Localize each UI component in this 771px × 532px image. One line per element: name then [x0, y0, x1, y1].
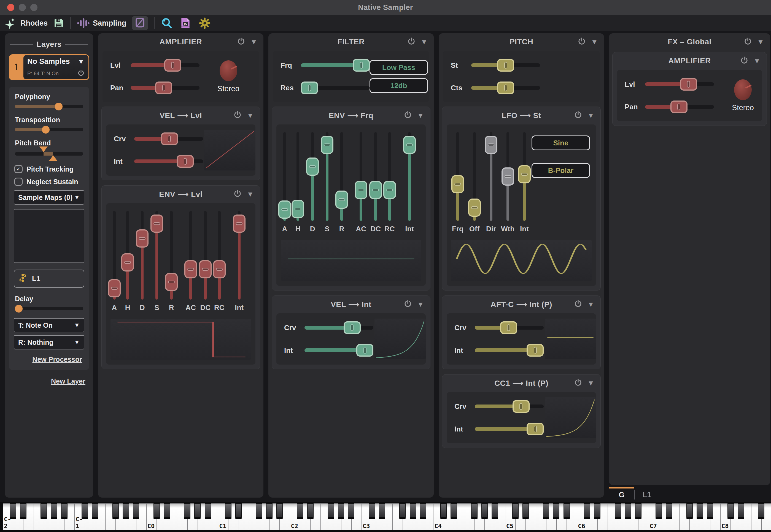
cc1-int-p--crv-slider[interactable]	[475, 405, 544, 408]
piano-key-black[interactable]	[451, 503, 457, 519]
tab-g[interactable]: G	[609, 491, 634, 499]
piano-key-black[interactable]	[235, 503, 242, 519]
piano-key-black[interactable]	[256, 503, 262, 519]
piano-key-black[interactable]	[92, 503, 98, 519]
vel-lvl-int-slider[interactable]	[134, 159, 203, 163]
v-slider-thumb[interactable]	[383, 181, 396, 199]
v-slider-int[interactable]	[233, 210, 245, 301]
filter-res-slider[interactable]	[301, 86, 370, 90]
layer-power-icon[interactable]	[77, 69, 85, 78]
collapse-icon[interactable]: ▼	[250, 38, 257, 45]
slider-thumb[interactable]	[680, 78, 697, 91]
amplifier-pan-slider[interactable]	[131, 86, 199, 90]
stereo-knob[interactable]	[220, 60, 237, 81]
power-icon[interactable]	[574, 111, 582, 120]
piano-key-black[interactable]	[471, 503, 478, 519]
piano-key-black[interactable]	[492, 503, 498, 519]
slider-thumb[interactable]	[356, 344, 373, 357]
slider-thumb[interactable]	[301, 82, 318, 94]
power-icon[interactable]	[578, 37, 586, 47]
vel-int-crv-slider[interactable]	[304, 326, 373, 330]
pitch-bend-up-handle[interactable]	[49, 155, 57, 161]
v-slider-thumb[interactable]	[233, 215, 245, 233]
piano-key-black[interactable]	[635, 503, 642, 519]
slider-thumb[interactable]	[513, 400, 530, 413]
slider-thumb[interactable]	[164, 59, 181, 72]
piano-key-black[interactable]	[584, 503, 590, 519]
v-slider-d[interactable]	[306, 131, 319, 222]
collapse-icon[interactable]: ▼	[247, 112, 254, 119]
piano-key-black[interactable]	[553, 503, 559, 519]
power-icon[interactable]	[404, 300, 412, 309]
collapse-icon[interactable]: ▼	[591, 38, 598, 45]
piano-key-black[interactable]	[10, 503, 16, 519]
piano-key-black[interactable]	[758, 503, 764, 519]
save-icon[interactable]	[53, 18, 64, 29]
piano-key-black[interactable]	[697, 503, 703, 519]
v-slider-thumb[interactable]	[502, 167, 514, 186]
piano-key-black[interactable]	[564, 503, 570, 519]
edit-tool-button[interactable]	[132, 16, 148, 30]
v-slider-thumb[interactable]	[213, 260, 226, 278]
power-icon[interactable]	[744, 37, 752, 47]
collapse-icon[interactable]: ▼	[757, 38, 764, 45]
piano-key-black[interactable]	[666, 503, 672, 519]
slider-thumb[interactable]	[500, 321, 517, 334]
12db-button[interactable]: 12db	[369, 78, 428, 93]
piano-key-black[interactable]	[133, 503, 139, 519]
low-pass-button[interactable]: Low Pass	[369, 60, 428, 75]
transposition-slider[interactable]	[15, 128, 83, 131]
piano-key-black[interactable]	[512, 503, 519, 519]
piano-key-black[interactable]	[20, 503, 26, 519]
piano-key-black[interactable]	[51, 503, 57, 519]
piano-key-black[interactable]	[707, 503, 713, 519]
fx-global-amplifier-lvl-slider[interactable]	[645, 82, 714, 86]
slider-thumb[interactable]	[177, 155, 194, 168]
slider-thumb[interactable]	[497, 82, 514, 94]
piano-key-black[interactable]	[123, 503, 129, 519]
piano-key-black[interactable]	[738, 503, 744, 519]
v-slider-thumb[interactable]	[150, 215, 163, 233]
piano-key-black[interactable]	[205, 503, 211, 519]
v-slider-rc[interactable]	[213, 210, 226, 301]
v-slider-thumb[interactable]	[335, 191, 348, 209]
power-icon[interactable]	[233, 189, 242, 199]
v-slider-h[interactable]	[291, 131, 304, 222]
vel-lvl-crv-slider[interactable]	[134, 137, 203, 141]
power-icon[interactable]	[574, 300, 582, 309]
v-slider-dir[interactable]	[485, 131, 497, 222]
v-slider-thumb[interactable]	[354, 181, 367, 199]
v-slider-thumb[interactable]	[278, 200, 291, 219]
waveform-icon[interactable]	[77, 17, 90, 29]
collapse-icon[interactable]: ▼	[417, 301, 424, 308]
sample-maps-dropdown[interactable]: Sample Maps (0)▼	[14, 190, 84, 205]
collapse-icon[interactable]: ▼	[417, 112, 424, 119]
power-icon[interactable]	[740, 56, 748, 66]
piano-key-black[interactable]	[225, 503, 231, 519]
piano-key-black[interactable]	[348, 503, 354, 519]
piano-key-black[interactable]	[276, 503, 283, 519]
new-processor-link[interactable]: New Processor	[16, 355, 82, 363]
fx-global-amplifier-pan-slider[interactable]	[645, 105, 714, 109]
piano-key-black[interactable]	[523, 503, 529, 519]
piano-key-black[interactable]	[410, 503, 416, 519]
pitch-tracking-checkbox[interactable]: ✓	[14, 165, 23, 173]
piano-key-black[interactable]	[327, 503, 334, 519]
js-file-icon[interactable]: JS	[180, 17, 191, 29]
v-slider-s[interactable]	[150, 210, 163, 301]
slider-thumb[interactable]	[161, 132, 178, 145]
aft-c-int-p--crv-slider[interactable]	[475, 326, 544, 330]
v-slider-thumb[interactable]	[306, 158, 319, 176]
sparkle-icon[interactable]	[4, 17, 17, 29]
v-slider-thumb[interactable]	[451, 175, 464, 193]
search-icon[interactable]	[161, 17, 173, 29]
slider-thumb[interactable]	[55, 103, 63, 110]
v-slider-thumb[interactable]	[291, 200, 304, 218]
piano-key-black[interactable]	[686, 503, 693, 519]
release-dropdown[interactable]: R: Nothing▼	[14, 335, 84, 349]
slider-thumb[interactable]	[155, 82, 172, 94]
delay-slider[interactable]	[15, 307, 83, 310]
power-icon[interactable]	[407, 37, 416, 47]
piano-key-black[interactable]	[420, 503, 426, 519]
v-slider-off[interactable]	[468, 131, 481, 222]
